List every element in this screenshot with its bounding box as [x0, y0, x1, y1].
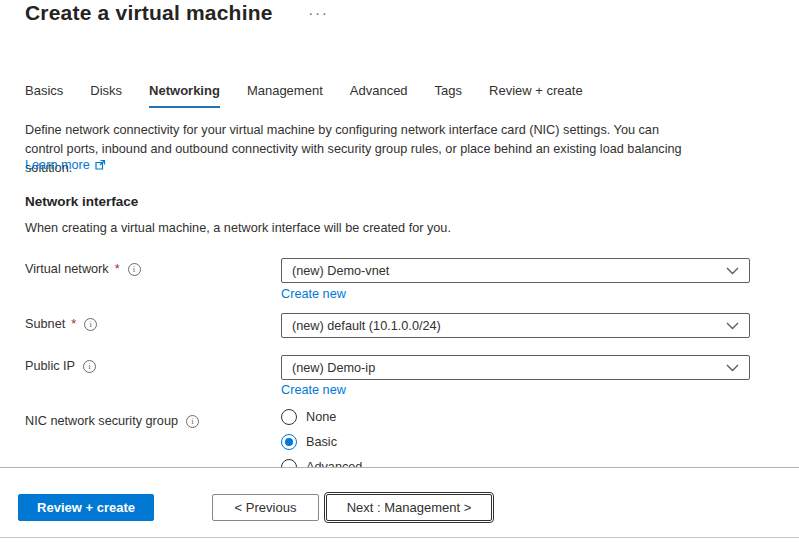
- page-content: Create a virtual machine ··· Basics Disk…: [0, 0, 799, 468]
- previous-button[interactable]: < Previous: [212, 494, 319, 521]
- nsg-radio-advanced[interactable]: [281, 459, 297, 468]
- virtual-network-value: (new) Demo-vnet: [292, 264, 389, 278]
- title-row: Create a virtual machine ···: [25, 1, 329, 25]
- vnet-create-new-link[interactable]: Create new: [281, 287, 346, 301]
- more-options-button[interactable]: ···: [309, 5, 329, 21]
- subnet-select[interactable]: (new) default (10.1.0.0/24): [281, 313, 750, 338]
- public-ip-create-new-link[interactable]: Create new: [281, 383, 346, 397]
- footer-bar: Review + create < Previous Next : Manage…: [0, 469, 799, 542]
- required-asterisk: *: [71, 317, 76, 331]
- network-interface-heading: Network interface: [25, 194, 138, 209]
- public-ip-value: (new) Demo-ip: [292, 361, 375, 375]
- nsg-option-label: None: [306, 410, 336, 424]
- create-vm-page: Create a virtual machine ··· Basics Disk…: [0, 0, 799, 542]
- tab-networking[interactable]: Networking: [149, 83, 220, 108]
- tab-disks[interactable]: Disks: [90, 83, 122, 108]
- tab-bar: Basics Disks Networking Management Advan…: [25, 83, 583, 108]
- chevron-down-icon: [726, 322, 739, 330]
- learn-more-link[interactable]: Learn more: [25, 158, 90, 172]
- info-icon[interactable]: i: [83, 360, 96, 373]
- virtual-network-select[interactable]: (new) Demo-vnet: [281, 258, 750, 283]
- bottom-divider: [0, 537, 799, 538]
- page-title: Create a virtual machine: [25, 1, 273, 25]
- nsg-option-label: Advanced: [306, 460, 362, 468]
- required-asterisk: *: [115, 262, 120, 276]
- subnet-value: (new) default (10.1.0.0/24): [292, 319, 441, 333]
- subnet-label: Subnet* i: [25, 317, 97, 331]
- network-interface-subtext: When creating a virtual machine, a netwo…: [25, 221, 451, 235]
- networking-description: Define network connectivity for your vir…: [25, 121, 693, 178]
- public-ip-select[interactable]: (new) Demo-ip: [281, 355, 750, 380]
- review-create-button[interactable]: Review + create: [18, 494, 154, 521]
- external-link-icon: [94, 159, 106, 171]
- chevron-down-icon: [726, 364, 739, 372]
- tab-advanced[interactable]: Advanced: [350, 83, 408, 108]
- nsg-option-basic[interactable]: Basic: [281, 434, 337, 450]
- nsg-option-none[interactable]: None: [281, 409, 336, 425]
- tab-management[interactable]: Management: [247, 83, 323, 108]
- public-ip-label: Public IP i: [25, 359, 96, 373]
- tab-basics[interactable]: Basics: [25, 83, 63, 108]
- next-management-button[interactable]: Next : Management >: [326, 494, 492, 521]
- tab-review-create[interactable]: Review + create: [489, 83, 583, 108]
- info-icon[interactable]: i: [128, 263, 141, 276]
- virtual-network-label: Virtual network* i: [25, 262, 141, 276]
- nsg-radio-none[interactable]: [281, 409, 297, 425]
- nic-nsg-label: NIC network security group i: [25, 414, 199, 428]
- tab-tags[interactable]: Tags: [435, 83, 462, 108]
- chevron-down-icon: [726, 267, 739, 275]
- nsg-radio-basic[interactable]: [281, 434, 297, 450]
- info-icon[interactable]: i: [186, 415, 199, 428]
- info-icon[interactable]: i: [84, 318, 97, 331]
- nsg-option-advanced[interactable]: Advanced: [281, 459, 362, 468]
- nsg-option-label: Basic: [306, 435, 337, 449]
